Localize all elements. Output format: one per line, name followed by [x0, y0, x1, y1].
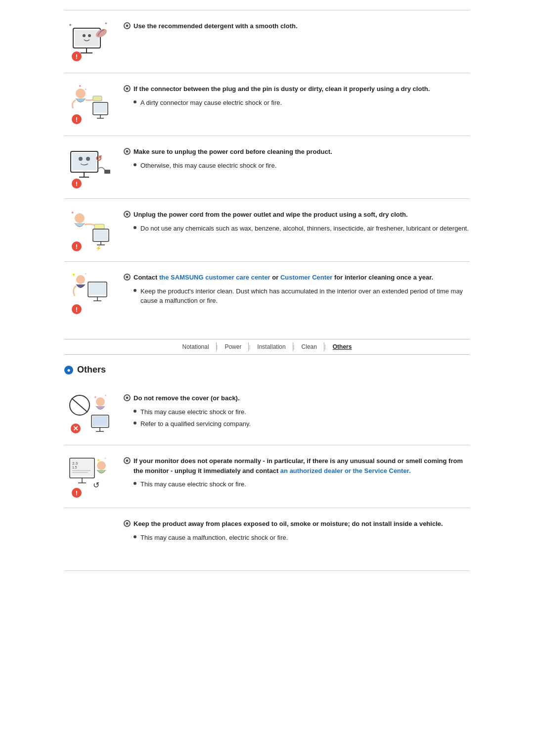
svg-text:★: ★ [96, 458, 100, 463]
svg-text:✦: ✦ [68, 22, 72, 28]
others-icon-1: ✦ + ✕ [64, 391, 114, 436]
others-heading: ● Others [64, 365, 470, 375]
svg-point-11 [76, 89, 86, 98]
bullet-dot-icon [134, 226, 136, 229]
clean-icon-3: ↺ ! [64, 145, 114, 189]
svg-text:!: ! [75, 489, 77, 497]
others-heading-text: Others [77, 365, 106, 375]
warning-circle-icon-4 [124, 211, 131, 218]
svg-text:1.5: 1.5 [72, 466, 77, 469]
svg-point-5 [88, 34, 91, 37]
monitor-cleaning-svg-1: ! ✦ ✦ [66, 21, 113, 63]
clean-sub-text-3-a: Do not use any chemicals such as wax, be… [140, 224, 469, 234]
clean-main-text-2: If the connector between the plug and th… [134, 84, 430, 94]
clean-sub-1-a: A dirty connector may cause electric sho… [134, 98, 470, 108]
warning-circle-icon-o2 [124, 457, 131, 464]
clean-warning-line-5: Contact the SAMSUNG customer care center… [124, 273, 470, 283]
clean-sub-4-a: Keep the product's interior clean. Dust … [134, 286, 470, 306]
clean-icon-5: ★ + ! [64, 271, 114, 315]
tab-notational[interactable]: Notational [176, 342, 217, 351]
warning-circle-icon-1 [124, 22, 131, 29]
tab-others[interactable]: Others [326, 342, 359, 351]
others-sub-text-2-a: This may cause electric shock or fire. [140, 479, 246, 489]
clean-item-5: ★ + ! Contact the SAMSUNG customer care … [64, 262, 470, 324]
svg-rect-22 [72, 153, 96, 170]
others-main-text-3: Keep the product away from places expose… [134, 519, 443, 529]
clean-item-3: ↺ ! Make sure to unplug the power cord b… [64, 136, 470, 199]
others-sub-text-1-a: This may cause electric shock or fire. [140, 407, 246, 417]
customer-center-link[interactable]: Customer Center [280, 274, 332, 281]
bullet-dot-icon [134, 482, 136, 485]
authorized-dealer-link[interactable]: an authorized dealer or the Service Cent… [280, 467, 411, 474]
svg-point-23 [79, 157, 83, 161]
clean-main-text-1: Use the recommended detergent with a smo… [134, 21, 298, 31]
warning-circle-icon-o1 [124, 394, 131, 401]
svg-text:✦: ✦ [93, 395, 97, 400]
svg-text:!: ! [75, 53, 77, 60]
clean-sub-2-a: Otherwise, this may cause electric shock… [134, 161, 470, 171]
clean-sub-text-1-a: A dirty connector may cause electric sho… [140, 98, 282, 108]
clean-warning-line-4: Unplug the power cord from the power out… [124, 210, 470, 220]
clean-sub-text-4-a: Keep the product's interior clean. Dust … [140, 286, 470, 306]
warning-circle-icon-5 [124, 274, 131, 281]
svg-text:+: + [85, 88, 87, 91]
bullet-dot-icon [134, 289, 136, 292]
warning-circle-icon-2 [124, 85, 131, 92]
clean-main-text-5: Contact the SAMSUNG customer care center… [134, 273, 433, 283]
tab-clean[interactable]: Clean [295, 342, 324, 351]
svg-point-24 [86, 157, 90, 161]
svg-rect-27 [104, 170, 110, 174]
others-item-1: ✦ + ✕ Do not remove the cover (or back).… [64, 382, 470, 445]
clean-content-1: Use the recommended detergent with a smo… [124, 19, 470, 35]
others-warning-line-1: Do not remove the cover (or back). [124, 393, 470, 403]
clean-main-text-4: Unplug the power cord from the power out… [134, 210, 408, 220]
clean-content-5: Contact the SAMSUNG customer care center… [124, 271, 470, 306]
bullet-dot-icon [134, 535, 136, 538]
clean-item-1: ! ✦ ✦ Use the recommended detergent with… [64, 10, 470, 73]
svg-text:⚡: ⚡ [95, 245, 102, 251]
monitor-cleaning-svg-3: ↺ ! [66, 146, 113, 189]
svg-point-31 [75, 213, 85, 223]
tab-power[interactable]: Power [218, 342, 249, 351]
others-sub-text-3-a: This may cause a malfunction, electric s… [140, 533, 288, 543]
clean-content-3: Make sure to unplug the power cord befor… [124, 145, 470, 170]
others-item-3: Keep the product away from places expose… [64, 508, 470, 571]
svg-rect-14 [94, 103, 107, 113]
others-item-2: 2.3 1.5 ↺ ★ + [64, 445, 470, 508]
page-container: ! ✦ ✦ Use the recommended detergent with… [44, 0, 490, 581]
samsung-care-link[interactable]: the SAMSUNG customer care center [159, 274, 270, 281]
bullet-dot-icon [134, 422, 136, 425]
svg-text:2.3: 2.3 [72, 461, 78, 466]
others-sub-3-a: This may cause a malfunction, electric s… [134, 533, 470, 543]
svg-text:+: + [85, 272, 87, 276]
others-sub-1-a: This may cause electric shock or fire. [134, 407, 470, 417]
svg-text:★: ★ [72, 272, 76, 277]
warning-circle-icon-3 [124, 148, 131, 155]
clean-item-2: ✦ + ! If the connector between the plug … [64, 73, 470, 136]
bullet-dot-icon [134, 163, 136, 166]
others-sub-1-b: Refer to a qualified servicing company. [134, 419, 470, 429]
clean-sub-3-a: Do not use any chemicals such as wax, be… [134, 224, 470, 234]
others-warning-line-2: If your monitor does not operate normall… [124, 456, 470, 475]
svg-text:+: + [104, 393, 107, 398]
tab-installation[interactable]: Installation [250, 342, 293, 351]
svg-text:↺: ↺ [95, 154, 102, 163]
others-heading-icon: ● [64, 366, 73, 375]
clean-icon-2: ✦ + ! [64, 82, 114, 127]
others-content-2: If your monitor does not operate normall… [124, 454, 470, 489]
svg-text:!: ! [75, 116, 77, 123]
bullet-dot-icon [134, 100, 136, 103]
svg-text:✦: ✦ [78, 84, 82, 89]
others-icon-3-spacer [64, 517, 114, 562]
others-svg-2: 2.3 1.5 ↺ ★ + [66, 456, 113, 498]
svg-rect-34 [94, 230, 108, 240]
others-icon-2: 2.3 1.5 ↺ ★ + [64, 454, 114, 499]
clean-warning-line-3: Make sure to unplug the power cord befor… [124, 147, 470, 157]
others-content-1: Do not remove the cover (or back). This … [124, 391, 470, 429]
clean-icon-1: ! ✦ ✦ [64, 19, 114, 64]
svg-text:✦: ✦ [71, 210, 75, 215]
others-content-3: Keep the product away from places expose… [124, 517, 470, 542]
svg-line-51 [72, 398, 88, 412]
others-main-text-2: If your monitor does not operate normall… [134, 456, 470, 475]
bullet-dot-icon [134, 410, 136, 413]
